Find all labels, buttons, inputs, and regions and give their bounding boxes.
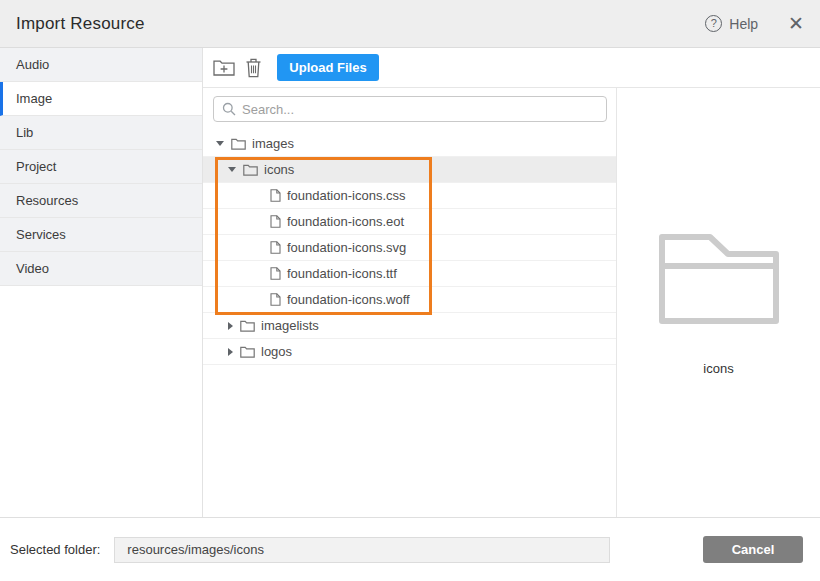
tree-item-label: foundation-icons.ttf: [287, 266, 397, 281]
file-icon: [270, 215, 281, 228]
tree-item-foundation-icons.svg[interactable]: foundation-icons.svg: [203, 235, 616, 261]
file-icon: [270, 241, 281, 254]
search-box: [213, 96, 607, 122]
tree-item-label: images: [252, 136, 294, 151]
tree-item-label: imagelists: [261, 318, 319, 333]
file-icon: [270, 267, 281, 280]
upload-files-button[interactable]: Upload Files: [277, 54, 379, 81]
dialog-body: AudioImageLibProjectResourcesServicesVid…: [0, 48, 820, 517]
new-folder-button[interactable]: [213, 59, 235, 77]
selected-folder-label: Selected folder:: [10, 542, 100, 557]
sidebar-item-audio[interactable]: Audio: [0, 48, 202, 82]
tree-item-label: foundation-icons.eot: [287, 214, 404, 229]
folder-icon: [231, 138, 246, 150]
selected-folder-path-input[interactable]: [114, 537, 610, 563]
dialog-footer: Selected folder: Cancel: [0, 517, 820, 581]
page-title: Import Resource: [16, 14, 145, 34]
folder-icon: [240, 320, 255, 332]
sidebar-item-video[interactable]: Video: [0, 252, 202, 286]
content-area: imagesiconsfoundation-icons.cssfoundatio…: [203, 88, 820, 517]
new-folder-icon: [213, 59, 235, 77]
caret-right-icon[interactable]: [228, 322, 233, 330]
sidebar-item-lib[interactable]: Lib: [0, 116, 202, 150]
tree-item-foundation-icons.css[interactable]: foundation-icons.css: [203, 183, 616, 209]
search-input[interactable]: [242, 102, 606, 117]
file-icon: [270, 293, 281, 306]
folder-preview-icon: [658, 233, 780, 325]
tree-item-icons[interactable]: icons: [203, 157, 616, 183]
folder-icon: [240, 346, 255, 358]
tree-item-foundation-icons.eot[interactable]: foundation-icons.eot: [203, 209, 616, 235]
help-button[interactable]: ? Help: [705, 15, 758, 32]
caret-down-icon[interactable]: [216, 141, 224, 146]
tree-item-label: foundation-icons.css: [287, 188, 406, 203]
file-tree-panel: imagesiconsfoundation-icons.cssfoundatio…: [203, 88, 617, 517]
folder-icon: [243, 164, 258, 176]
help-label: Help: [729, 16, 758, 32]
trash-icon: [245, 58, 262, 78]
import-resource-dialog: Import Resource ? Help ✕ AudioImageLibPr…: [0, 0, 820, 581]
search-icon: [222, 102, 236, 116]
caret-right-icon[interactable]: [228, 348, 233, 356]
sidebar-item-services[interactable]: Services: [0, 218, 202, 252]
tree-item-label: logos: [261, 344, 292, 359]
close-icon[interactable]: ✕: [788, 14, 804, 33]
file-tree: imagesiconsfoundation-icons.cssfoundatio…: [203, 131, 616, 517]
tree-item-images[interactable]: images: [203, 131, 616, 157]
tree-item-imagelists[interactable]: imagelists: [203, 313, 616, 339]
header-actions: ? Help ✕: [705, 14, 804, 33]
file-icon: [270, 189, 281, 202]
sidebar: AudioImageLibProjectResourcesServicesVid…: [0, 48, 203, 517]
preview-panel: icons: [617, 88, 820, 517]
help-icon: ?: [705, 15, 722, 32]
sidebar-item-project[interactable]: Project: [0, 150, 202, 184]
dialog-header: Import Resource ? Help ✕: [0, 0, 820, 48]
preview-folder-name: icons: [703, 361, 733, 376]
sidebar-item-image[interactable]: Image: [0, 82, 202, 116]
tree-item-label: foundation-icons.svg: [287, 240, 406, 255]
delete-button[interactable]: [245, 58, 262, 78]
caret-down-icon[interactable]: [228, 167, 236, 172]
tree-item-label: icons: [264, 162, 294, 177]
sidebar-item-resources[interactable]: Resources: [0, 184, 202, 218]
cancel-button[interactable]: Cancel: [703, 536, 803, 563]
tree-item-foundation-icons.woff[interactable]: foundation-icons.woff: [203, 287, 616, 313]
tree-item-logos[interactable]: logos: [203, 339, 616, 365]
tree-item-foundation-icons.ttf[interactable]: foundation-icons.ttf: [203, 261, 616, 287]
tree-item-label: foundation-icons.woff: [287, 292, 410, 307]
toolbar: Upload Files: [203, 48, 820, 88]
main-panel: Upload Files imagesiconsfoundation-icons…: [203, 48, 820, 517]
